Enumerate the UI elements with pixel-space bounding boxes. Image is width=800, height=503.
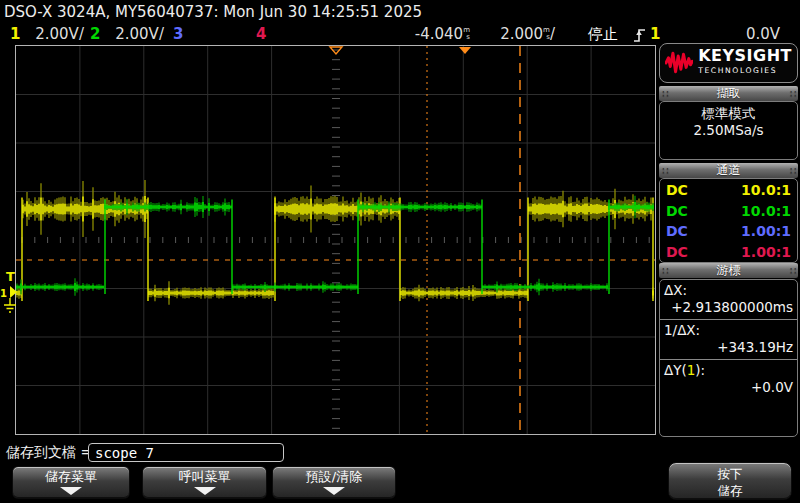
- ch2-number: 2: [90, 25, 100, 43]
- delta-x-readout: ΔX: +2.913800000ms: [660, 280, 797, 319]
- channels-info-box: DC10.0:1 DC10.0:1 DC1.00:1 DC1.00:1: [659, 178, 798, 263]
- ch1-scale: 2.00V/: [35, 25, 84, 43]
- ch2-coupling-row: DC10.0:1: [660, 201, 797, 222]
- channels-section-header[interactable]: ∷ 通道 ∷: [659, 163, 798, 178]
- acquisition-info-box: 標準模式 2.50MSa/s: [659, 101, 798, 160]
- grip-icon: ∷: [790, 265, 795, 276]
- brand-sub: TECHNOLOGIES: [698, 64, 792, 78]
- acquisition-mode: 標準模式: [660, 105, 797, 122]
- dropdown-arrow-icon: [323, 487, 345, 495]
- ch4-number: 4: [256, 25, 266, 43]
- keysight-mark-icon: [665, 49, 693, 77]
- ch3-coupling-row: DC1.00:1: [660, 221, 797, 242]
- grip-icon: ∷: [662, 165, 667, 176]
- channels-header-label: 通道: [717, 162, 741, 179]
- save-to-file-label: 儲存到文檔 =: [6, 444, 92, 462]
- filename-input[interactable]: [88, 443, 284, 462]
- keysight-logo: KEYSIGHT TECHNOLOGIES: [659, 43, 798, 83]
- grip-icon: ∷: [662, 265, 667, 276]
- trigger-level-marker: T: [6, 269, 15, 284]
- waveform-display[interactable]: T1: [0, 45, 658, 437]
- oscilloscope-screen: DSO-X 3024A, MY56040737: Mon Jun 30 14:2…: [0, 0, 800, 503]
- sample-rate: 2.50MSa/s: [660, 122, 797, 139]
- ch1-number: 1: [10, 25, 20, 43]
- ch1-coupling-row: DC10.0:1: [660, 180, 797, 201]
- ch4-status[interactable]: 4: [256, 25, 266, 45]
- ch1-status[interactable]: 1 2.00V/: [10, 25, 84, 45]
- trigger-source: 1: [650, 25, 660, 45]
- ch1-ground-marker: 1: [0, 288, 7, 299]
- cursors-section-header[interactable]: ∷ 游標 ∷: [659, 263, 798, 278]
- model-datetime-text: DSO-X 3024A, MY56040737: Mon Jun 30 14:2…: [4, 3, 422, 21]
- press-to-save-button[interactable]: 按下 儲存: [668, 462, 792, 500]
- acquisition-header-label: 擷取: [717, 85, 741, 102]
- cursors-header-label: 游標: [717, 262, 741, 279]
- save-menu-button[interactable]: 儲存菜單: [12, 466, 130, 499]
- dropdown-arrow-icon: [194, 487, 216, 495]
- brand-name: KEYSIGHT: [698, 49, 792, 63]
- ch2-scale: 2.00V/: [115, 25, 164, 43]
- ch2-status[interactable]: 2 2.00V/: [90, 25, 164, 45]
- ch3-status[interactable]: 3: [173, 25, 183, 45]
- grip-icon: ∷: [790, 165, 795, 176]
- cursors-info-box: ΔX: +2.913800000ms 1/ΔX: +343.19Hz ΔY(1)…: [659, 279, 798, 437]
- grip-icon: ∷: [662, 88, 667, 99]
- horizontal-delay: -4.040ms: [398, 25, 470, 45]
- inverse-delta-x-readout: 1/ΔX: +343.19Hz: [660, 319, 797, 359]
- grip-icon: ∷: [790, 88, 795, 99]
- ch3-number: 3: [173, 25, 183, 43]
- delta-y-readout: ΔY(1): +0.0V: [660, 359, 797, 399]
- trigger-edge-icon: [632, 27, 647, 44]
- dropdown-arrow-icon: [60, 487, 82, 495]
- recall-menu-button[interactable]: 呼叫菜單: [142, 466, 267, 499]
- ch4-coupling-row: DC1.00:1: [660, 242, 797, 263]
- trigger-level: 0.0V: [720, 25, 780, 45]
- acquisition-section-header[interactable]: ∷ 擷取 ∷: [659, 86, 798, 101]
- timebase: 2.000ms/: [495, 25, 555, 45]
- default-clear-menu-button[interactable]: 預設/清除: [272, 466, 396, 499]
- run-state: 停止: [588, 25, 618, 45]
